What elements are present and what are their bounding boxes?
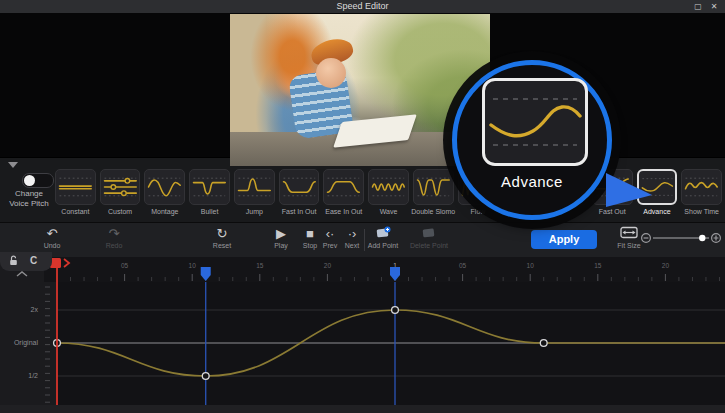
magnifier-pointer-triangle xyxy=(606,172,652,208)
preset-custom[interactable]: Custom xyxy=(100,169,141,215)
ruler-label: 05 xyxy=(459,262,467,269)
slider-knob[interactable] xyxy=(699,235,705,241)
ruler-label: 20 xyxy=(324,262,332,269)
preset-wave[interactable]: Wave xyxy=(368,169,409,215)
ruler-label: 10 xyxy=(527,262,535,269)
undo-button[interactable]: ↶ Undo xyxy=(30,226,74,249)
voice-pitch-label-line1: Change xyxy=(0,189,58,199)
preset-magnifier-circle: Advance xyxy=(452,60,612,220)
preset-thumbnail xyxy=(55,169,96,205)
lock-icon[interactable] xyxy=(9,255,18,269)
change-voice-pitch-toggle[interactable] xyxy=(22,173,54,188)
reset-button[interactable]: ↻ Reset xyxy=(200,226,244,249)
video-preview xyxy=(230,14,490,166)
preset-label: Wave xyxy=(380,208,398,215)
speed-editor-window: Speed Editor ▢ ✕ Change Voice Pitch Cons… xyxy=(0,0,725,413)
undo-icon: ↶ xyxy=(30,226,74,241)
maximize-button[interactable]: ▢ xyxy=(691,0,705,13)
reset-icon: ↻ xyxy=(200,226,244,241)
title-bar: Speed Editor ▢ ✕ xyxy=(0,0,725,14)
delete-point-button[interactable]: Delete Point xyxy=(407,226,451,249)
preset-label: Montage xyxy=(151,208,178,215)
preset-label: Flow xyxy=(471,208,486,215)
magnifier-label: Advance xyxy=(457,173,607,190)
add-point-button[interactable]: Add Point xyxy=(361,226,405,249)
preset-montage[interactable]: Montage xyxy=(144,169,185,215)
preset-label: Constant xyxy=(61,208,89,215)
preset-label: Show Time xyxy=(684,208,719,215)
preset-label: Jump xyxy=(246,208,263,215)
redo-button[interactable]: ↷ Redo xyxy=(92,226,136,249)
toggle-knob xyxy=(24,175,35,186)
toolbar: ↶ Undo ↷ Redo ↻ Reset ▶ Play ■ Stop ‹· P… xyxy=(0,222,725,257)
axis-collapse-icon[interactable] xyxy=(14,270,30,278)
preset-label: Advance xyxy=(643,208,670,215)
ruler-label: 05 xyxy=(121,262,129,269)
preset-label: Bullet xyxy=(201,208,219,215)
preset-thumbnail xyxy=(323,169,364,205)
magnified-advance-tile xyxy=(482,78,588,166)
apply-button[interactable]: Apply xyxy=(531,230,597,249)
preset-show-time[interactable]: Show Time xyxy=(681,169,722,215)
snap-icon[interactable]: C xyxy=(30,255,37,267)
curve-anchor-point[interactable] xyxy=(540,340,547,347)
curve-anchor-point[interactable] xyxy=(202,373,209,380)
preset-ease-in-out[interactable]: Ease In Out xyxy=(323,169,364,215)
preset-double-slomo[interactable]: Double Slomo xyxy=(413,169,454,215)
collapse-arrow-icon[interactable] xyxy=(8,162,18,168)
voice-pitch-label: Change Voice Pitch xyxy=(0,189,58,209)
face-graphic xyxy=(316,58,346,88)
delete-point-icon xyxy=(407,226,451,241)
timeline-tools-tab: C xyxy=(0,252,52,271)
voice-pitch-label-line2: Voice Pitch xyxy=(0,199,58,209)
bottom-strip xyxy=(0,405,725,413)
preset-label: Ease In Out xyxy=(325,208,362,215)
redo-icon: ↷ xyxy=(92,226,136,241)
preset-thumbnail xyxy=(189,169,230,205)
add-point-icon xyxy=(361,226,405,241)
ruler-label: 20 xyxy=(662,262,670,269)
preset-fast-in-out[interactable]: Fast In Out xyxy=(279,169,320,215)
preset-thumbnail xyxy=(413,169,454,205)
preset-label: Fast Out xyxy=(599,208,626,215)
preset-label: Custom xyxy=(108,208,132,215)
speed-graph[interactable]: 05101520105101520 xyxy=(0,256,725,405)
preset-thumbnail xyxy=(144,169,185,205)
advance-curve-large xyxy=(485,81,585,163)
ruler-label: 10 xyxy=(189,262,197,269)
preset-thumbnail xyxy=(100,169,141,205)
preset-label: Fast In Out xyxy=(282,208,317,215)
window-title: Speed Editor xyxy=(0,1,725,11)
close-button[interactable]: ✕ xyxy=(707,0,721,13)
preset-constant[interactable]: Constant xyxy=(55,169,96,215)
preset-label: Double Slomo xyxy=(411,208,455,215)
preset-thumbnail xyxy=(681,169,722,205)
ruler-label: 15 xyxy=(594,262,602,269)
curve-anchor-point[interactable] xyxy=(392,307,399,314)
preset-jump[interactable]: Jump xyxy=(234,169,275,215)
preset-bullet[interactable]: Bullet xyxy=(189,169,230,215)
preset-thumbnail xyxy=(234,169,275,205)
preset-thumbnail xyxy=(279,169,320,205)
zoom-slider[interactable] xyxy=(640,232,722,244)
preset-thumbnail xyxy=(368,169,409,205)
ruler-label: 15 xyxy=(256,262,264,269)
